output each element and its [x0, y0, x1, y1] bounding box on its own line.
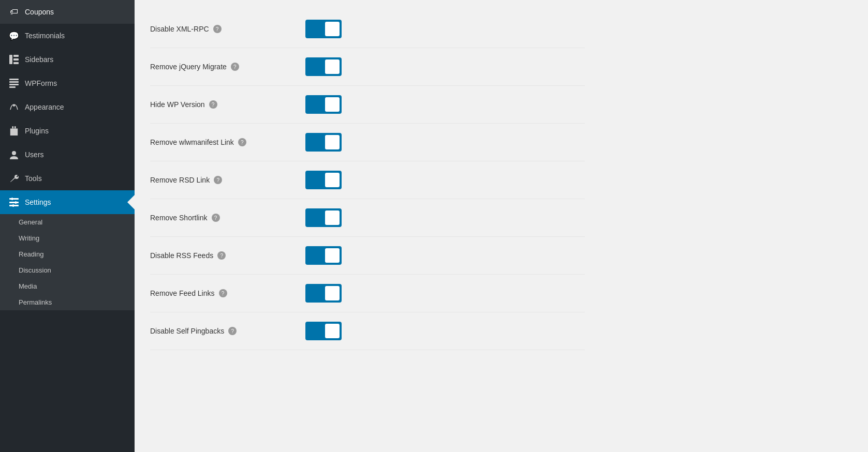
svg-rect-1 [13, 55, 19, 57]
svg-rect-6 [9, 84, 19, 85]
toggle-knob-hide-wp-version [325, 97, 340, 112]
submenu-item-permalinks[interactable]: Permalinks [0, 294, 135, 310]
sidebar-label-testimonials: Testimonials [25, 32, 65, 40]
toggle-remove-jquery-migrate[interactable] [305, 57, 342, 76]
sidebar-item-settings[interactable]: Settings [0, 190, 135, 214]
submenu-item-writing[interactable]: Writing [0, 230, 135, 246]
setting-label-text-remove-shortlink: Remove Shortlink [150, 214, 208, 222]
sidebar-item-sidebars[interactable]: Sidebars [0, 48, 135, 71]
sidebar-label-tools: Tools [25, 174, 42, 183]
setting-label-disable-rss-feeds: Disable RSS Feeds ? [150, 251, 295, 260]
submenu-item-general[interactable]: General [0, 214, 135, 230]
users-icon [8, 149, 20, 160]
svg-rect-7 [9, 86, 16, 88]
help-icon-remove-wlwmanifest-link[interactable]: ? [238, 138, 246, 146]
setting-label-text-disable-rss-feeds: Disable RSS Feeds [150, 251, 213, 260]
svg-rect-0 [9, 55, 12, 64]
sidebar: 🏷 Coupons 💬 Testimonials Sidebars WPForm… [0, 0, 135, 452]
svg-rect-13 [9, 202, 19, 203]
toggle-remove-feed-links[interactable] [305, 284, 342, 303]
sidebar-item-wpforms[interactable]: WPForms [0, 71, 135, 95]
settings-container: Disable XML-RPC ? Remove jQuery Migrate … [135, 0, 600, 360]
svg-rect-2 [13, 58, 19, 61]
coupons-icon: 🏷 [8, 6, 20, 18]
setting-label-remove-shortlink: Remove Shortlink ? [150, 214, 295, 222]
toggle-hide-wp-version[interactable] [305, 95, 342, 114]
testimonials-icon: 💬 [8, 30, 20, 41]
sidebars-icon [8, 54, 20, 65]
sidebar-item-coupons[interactable]: 🏷 Coupons [0, 0, 135, 24]
help-icon-remove-feed-links[interactable]: ? [219, 289, 227, 297]
toggle-knob-disable-self-pingbacks [325, 324, 340, 338]
help-icon-disable-self-pingbacks[interactable]: ? [228, 327, 237, 335]
toggle-knob-remove-feed-links [325, 286, 340, 300]
toggle-remove-wlwmanifest-link[interactable] [305, 133, 342, 152]
setting-label-text-remove-feed-links: Remove Feed Links [150, 289, 215, 297]
setting-row-remove-wlwmanifest-link: Remove wlwmanifest Link ? [150, 124, 585, 161]
toggle-disable-xml-rpc[interactable] [305, 20, 342, 38]
svg-rect-9 [12, 126, 13, 129]
setting-row-disable-self-pingbacks: Disable Self Pingbacks ? [150, 312, 585, 350]
setting-label-remove-feed-links: Remove Feed Links ? [150, 289, 295, 297]
submenu-item-reading[interactable]: Reading [0, 246, 135, 262]
appearance-icon [8, 101, 20, 113]
help-icon-remove-jquery-migrate[interactable]: ? [231, 63, 239, 71]
help-icon-hide-wp-version[interactable]: ? [209, 100, 217, 109]
setting-label-text-remove-wlwmanifest-link: Remove wlwmanifest Link [150, 138, 234, 146]
setting-label-disable-xml-rpc: Disable XML-RPC ? [150, 25, 295, 33]
setting-label-text-remove-jquery-migrate: Remove jQuery Migrate [150, 63, 227, 71]
setting-label-remove-jquery-migrate: Remove jQuery Migrate ? [150, 63, 295, 71]
setting-row-remove-shortlink: Remove Shortlink ? [150, 199, 585, 237]
svg-rect-3 [13, 62, 19, 64]
help-icon-disable-xml-rpc[interactable]: ? [213, 25, 222, 33]
sidebar-item-testimonials[interactable]: 💬 Testimonials [0, 24, 135, 48]
wpforms-icon [8, 78, 20, 89]
toggle-disable-self-pingbacks[interactable] [305, 322, 342, 340]
toggle-knob-disable-xml-rpc [325, 22, 340, 36]
sidebar-item-plugins[interactable]: Plugins [0, 119, 135, 143]
setting-row-disable-rss-feeds: Disable RSS Feeds ? [150, 237, 585, 275]
sidebar-item-appearance[interactable]: Appearance [0, 95, 135, 119]
setting-label-text-remove-rsd-link: Remove RSD Link [150, 176, 210, 184]
svg-rect-4 [9, 79, 19, 80]
sidebar-label-settings: Settings [25, 198, 51, 206]
svg-rect-10 [14, 126, 16, 129]
plugins-icon [8, 125, 20, 137]
toggle-remove-shortlink[interactable] [305, 208, 342, 227]
setting-label-text-disable-self-pingbacks: Disable Self Pingbacks [150, 327, 224, 335]
toggle-knob-remove-jquery-migrate [325, 59, 340, 74]
submenu-item-media[interactable]: Media [0, 278, 135, 294]
settings-icon [8, 197, 20, 208]
setting-row-remove-rsd-link: Remove RSD Link ? [150, 161, 585, 199]
help-icon-remove-shortlink[interactable]: ? [212, 214, 220, 222]
setting-label-text-disable-xml-rpc: Disable XML-RPC [150, 25, 209, 33]
sidebar-label-users: Users [25, 150, 44, 159]
sidebar-item-tools[interactable]: Tools [0, 167, 135, 190]
help-icon-disable-rss-feeds[interactable]: ? [217, 251, 226, 260]
setting-label-remove-wlwmanifest-link: Remove wlwmanifest Link ? [150, 138, 295, 146]
sidebar-label-coupons: Coupons [25, 8, 54, 16]
setting-row-disable-xml-rpc: Disable XML-RPC ? [150, 10, 585, 48]
toggle-knob-disable-rss-feeds [325, 248, 340, 263]
sidebar-label-sidebars: Sidebars [25, 55, 53, 64]
setting-label-disable-self-pingbacks: Disable Self Pingbacks ? [150, 327, 295, 335]
main-content-wrapper: Disable XML-RPC ? Remove jQuery Migrate … [135, 0, 868, 452]
submenu-item-discussion[interactable]: Discussion [0, 262, 135, 278]
tools-icon [8, 173, 20, 184]
svg-rect-5 [9, 81, 19, 83]
settings-submenu: General Writing Reading Discussion Media… [0, 214, 135, 310]
svg-rect-17 [12, 204, 14, 207]
help-icon-remove-rsd-link[interactable]: ? [214, 176, 222, 184]
sidebar-item-users[interactable]: Users [0, 143, 135, 167]
setting-row-remove-feed-links: Remove Feed Links ? [150, 275, 585, 312]
sidebar-label-appearance: Appearance [25, 103, 64, 111]
sidebar-label-plugins: Plugins [25, 127, 49, 135]
svg-rect-16 [15, 201, 17, 204]
setting-row-remove-jquery-migrate: Remove jQuery Migrate ? [150, 48, 585, 86]
toggle-remove-rsd-link[interactable] [305, 171, 342, 189]
svg-rect-15 [11, 198, 13, 200]
toggle-knob-remove-rsd-link [325, 173, 340, 187]
toggle-disable-rss-feeds[interactable] [305, 246, 342, 265]
svg-point-11 [12, 151, 16, 155]
setting-label-hide-wp-version: Hide WP Version ? [150, 100, 295, 109]
